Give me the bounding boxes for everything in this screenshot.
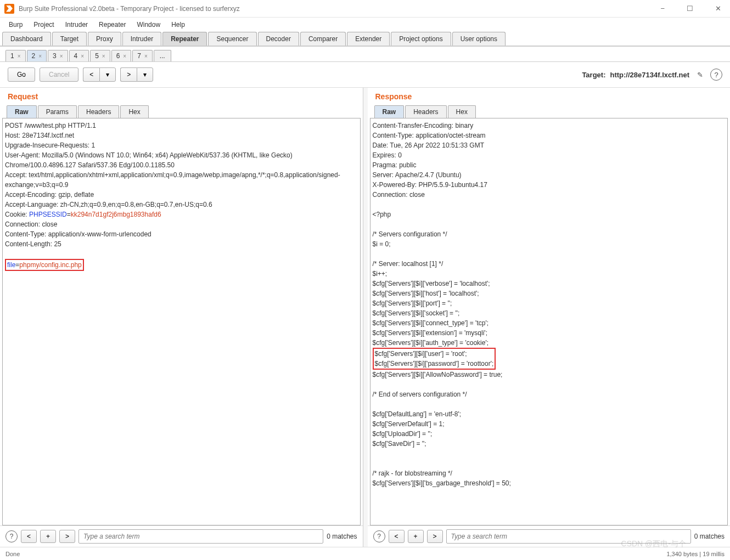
- tab-comparer[interactable]: Comparer: [300, 32, 346, 46]
- request-view-tabs: Raw Params Headers Hex: [0, 105, 363, 118]
- repeater-tab-3[interactable]: 3×: [48, 50, 68, 61]
- window-controls: − ☐ ✕: [656, 2, 726, 15]
- tab-label: 2: [32, 52, 36, 60]
- cancel-button[interactable]: Cancel: [40, 67, 78, 82]
- close-icon[interactable]: ×: [123, 53, 126, 59]
- tab-label: 5: [95, 52, 99, 60]
- response-match-count: 0 matches: [694, 533, 725, 540]
- close-icon[interactable]: ×: [60, 53, 63, 59]
- app-icon: [4, 4, 14, 14]
- search-next-button[interactable]: >: [59, 530, 75, 543]
- window-title: Burp Suite Professional v2.0beta - Tempo…: [19, 5, 240, 13]
- tab-dashboard[interactable]: Dashboard: [2, 32, 51, 46]
- split-pane: Request Raw Params Headers Hex POST /www…: [0, 88, 730, 547]
- tab-proxy[interactable]: Proxy: [88, 32, 121, 46]
- response-tab-headers[interactable]: Headers: [405, 105, 446, 118]
- close-icon[interactable]: ×: [18, 53, 21, 59]
- tab-label: 4: [74, 52, 78, 60]
- highlighted-credentials: $cfg['Servers'][$i]['user'] = 'root'; $c…: [373, 348, 496, 370]
- request-tab-raw[interactable]: Raw: [7, 105, 37, 118]
- action-bar: Go Cancel < ▾ > ▾ Target: http://28e7134…: [0, 62, 730, 88]
- repeater-tabs: 1× 2× 3× 4× 5× 6× 7× ...: [0, 46, 730, 62]
- request-search-input[interactable]: [78, 529, 323, 544]
- close-icon[interactable]: ×: [81, 53, 84, 59]
- close-icon[interactable]: ×: [144, 53, 148, 59]
- repeater-tab-more[interactable]: ...: [154, 50, 171, 61]
- search-add-button[interactable]: +: [40, 530, 56, 543]
- tab-label: 1: [10, 52, 14, 60]
- target-label: Target:: [582, 71, 605, 79]
- request-title: Request: [0, 88, 363, 105]
- repeater-tab-6[interactable]: 6×: [111, 50, 132, 61]
- help-icon[interactable]: ?: [5, 530, 18, 542]
- request-search-bar: ? < + > 0 matches: [0, 525, 363, 547]
- tab-label: 3: [53, 52, 57, 60]
- splitter[interactable]: [363, 88, 368, 547]
- go-button[interactable]: Go: [8, 67, 35, 82]
- menu-intruder[interactable]: Intruder: [61, 19, 92, 30]
- request-editor[interactable]: POST /www/test.php HTTP/1.1 Host: 28e713…: [2, 118, 361, 525]
- tab-intruder[interactable]: Intruder: [122, 32, 161, 46]
- close-icon[interactable]: ×: [102, 53, 105, 59]
- minimize-button[interactable]: −: [656, 2, 669, 15]
- close-icon[interactable]: ×: [38, 53, 42, 59]
- request-panel: Request Raw Params Headers Hex POST /www…: [0, 88, 363, 547]
- response-title: Response: [368, 88, 731, 105]
- target-info: Target: http://28e7134f.lxctf.net ✎ ?: [582, 69, 722, 81]
- response-tab-hex[interactable]: Hex: [448, 105, 476, 118]
- repeater-tab-4[interactable]: 4×: [69, 50, 89, 61]
- search-add-button[interactable]: +: [408, 530, 424, 543]
- menu-burp[interactable]: Burp: [4, 19, 27, 30]
- statusbar: Done 1,340 bytes | 19 millis: [0, 547, 730, 560]
- history-forward-button[interactable]: >: [120, 67, 137, 82]
- request-match-count: 0 matches: [327, 533, 357, 540]
- repeater-tab-1[interactable]: 1×: [5, 50, 26, 61]
- tab-label: 7: [137, 52, 141, 60]
- search-prev-button[interactable]: <: [21, 530, 37, 543]
- request-tab-params[interactable]: Params: [38, 105, 77, 118]
- tab-project-options[interactable]: Project options: [391, 32, 451, 46]
- help-icon[interactable]: ?: [373, 530, 385, 542]
- status-left: Done: [5, 551, 20, 557]
- menu-help[interactable]: Help: [167, 19, 189, 30]
- menubar: Burp Project Intruder Repeater Window He…: [0, 18, 730, 32]
- request-tab-hex[interactable]: Hex: [120, 105, 148, 118]
- tab-target[interactable]: Target: [52, 32, 87, 46]
- menu-project[interactable]: Project: [29, 19, 58, 30]
- repeater-tab-7[interactable]: 7×: [132, 50, 153, 61]
- menu-window[interactable]: Window: [132, 19, 165, 30]
- titlebar: Burp Suite Professional v2.0beta - Tempo…: [0, 0, 730, 18]
- status-right: 1,340 bytes | 19 millis: [666, 551, 725, 557]
- highlighted-body: file=phpmy/config.inc.php: [5, 259, 84, 271]
- main-tabs: Dashboard Target Proxy Intruder Repeater…: [0, 32, 730, 46]
- repeater-tab-2[interactable]: 2×: [27, 50, 47, 61]
- edit-target-icon[interactable]: ✎: [694, 69, 706, 81]
- help-icon[interactable]: ?: [710, 69, 722, 81]
- history-forward-dropdown[interactable]: ▾: [137, 67, 153, 82]
- response-viewer[interactable]: Content-Transfer-Encoding: binary Conten…: [370, 118, 728, 525]
- menu-repeater[interactable]: Repeater: [94, 19, 130, 30]
- search-next-button[interactable]: >: [427, 530, 443, 543]
- maximize-button[interactable]: ☐: [682, 2, 698, 15]
- request-tab-headers[interactable]: Headers: [78, 105, 119, 118]
- tab-sequencer[interactable]: Sequencer: [208, 32, 256, 46]
- history-back-button[interactable]: <: [83, 67, 99, 82]
- tab-extender[interactable]: Extender: [347, 32, 390, 46]
- response-search-bar: ? < + > 0 matches: [368, 525, 731, 547]
- response-view-tabs: Raw Headers Hex: [368, 105, 731, 118]
- history-back-group: < ▾: [83, 67, 116, 82]
- close-button[interactable]: ✕: [711, 2, 726, 15]
- tab-label: ...: [160, 52, 165, 60]
- tab-decoder[interactable]: Decoder: [258, 32, 299, 46]
- repeater-tab-5[interactable]: 5×: [90, 50, 110, 61]
- tab-user-options[interactable]: User options: [452, 32, 506, 46]
- tab-repeater[interactable]: Repeater: [162, 32, 207, 46]
- response-tab-raw[interactable]: Raw: [374, 105, 405, 118]
- search-prev-button[interactable]: <: [389, 530, 405, 543]
- response-panel: Response Raw Headers Hex Content-Transfe…: [368, 88, 731, 547]
- response-search-input[interactable]: [446, 529, 691, 544]
- target-value: http://28e7134f.lxctf.net: [610, 71, 690, 79]
- history-back-dropdown[interactable]: ▾: [99, 67, 116, 82]
- history-forward-group: > ▾: [120, 67, 153, 82]
- tab-label: 6: [116, 52, 120, 60]
